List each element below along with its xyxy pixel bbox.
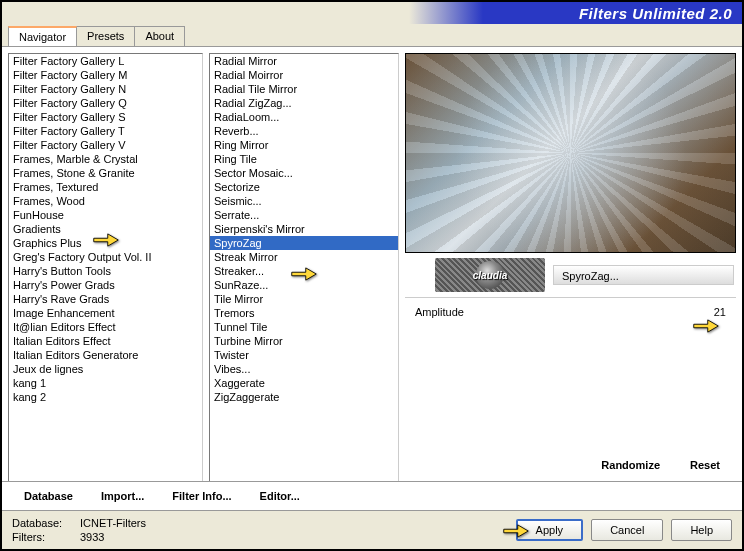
list-item[interactable]: ZigZaggerate [210,390,398,404]
list-item[interactable]: SpyroZag [210,236,398,250]
list-item[interactable]: Filter Factory Gallery N [9,82,202,96]
database-button[interactable]: Database [24,490,73,502]
list-item[interactable]: Frames, Marble & Crystal [9,152,202,166]
cancel-button[interactable]: Cancel [591,519,663,541]
list-item[interactable]: Harry's Power Grads [9,278,202,292]
list-item[interactable]: Frames, Textured [9,180,202,194]
list-item[interactable]: RadiaLoom... [210,110,398,124]
list-item[interactable]: Harry's Button Tools [9,264,202,278]
list-item[interactable]: SunRaze... [210,278,398,292]
db-label: Database: [12,517,72,529]
tab-navigator[interactable]: Navigator [8,26,77,46]
author-stamp: claudia [435,258,545,292]
list-item[interactable]: Turbine Mirror [210,334,398,348]
apply-button[interactable]: Apply [516,519,584,541]
filter-info-button[interactable]: Filter Info... [172,490,231,502]
randomize-button[interactable]: Randomize [601,459,660,471]
list-item[interactable]: Graphics Plus [9,236,202,250]
import-button[interactable]: Import... [101,490,144,502]
list-item[interactable]: Harry's Rave Grads [9,292,202,306]
param-value[interactable]: 21 [714,306,726,318]
category-list[interactable]: Filter Factory Gallery LFilter Factory G… [8,53,203,481]
list-item[interactable]: Tunnel Tile [210,320,398,334]
filters-count-value: 3933 [80,531,104,543]
list-item[interactable]: Greg's Factory Output Vol. II [9,250,202,264]
list-item[interactable]: Tile Mirror [210,292,398,306]
db-value: ICNET-Filters [80,517,146,529]
list-item[interactable]: Filter Factory Gallery V [9,138,202,152]
list-item[interactable]: Serrate... [210,208,398,222]
list-item[interactable]: Filter Factory Gallery L [9,54,202,68]
list-item[interactable]: Ring Tile [210,152,398,166]
current-filter-label: SpyroZag... [553,265,734,285]
param-name: Amplitude [415,306,464,318]
preview-image [405,53,736,253]
list-item[interactable]: kang 2 [9,390,202,404]
tab-presets[interactable]: Presets [76,26,135,46]
tab-about[interactable]: About [134,26,185,46]
list-item[interactable]: Frames, Wood [9,194,202,208]
list-item[interactable]: Italian Editors Effect [9,334,202,348]
list-item[interactable]: FunHouse [9,208,202,222]
list-item[interactable]: Radial Mirror [210,54,398,68]
list-item[interactable]: Vibes... [210,362,398,376]
list-item[interactable]: Streaker... [210,264,398,278]
list-item[interactable]: Filter Factory Gallery M [9,68,202,82]
list-item[interactable]: Tremors [210,306,398,320]
list-item[interactable]: Image Enhancement [9,306,202,320]
help-button[interactable]: Help [671,519,732,541]
list-item[interactable]: Seismic... [210,194,398,208]
window-title: Filters Unlimited 2.0 [579,5,732,22]
tab-bar: Navigator Presets About [2,26,742,47]
list-item[interactable]: Reverb... [210,124,398,138]
list-item[interactable]: Gradients [9,222,202,236]
list-item[interactable]: Twister [210,348,398,362]
list-item[interactable]: Radial ZigZag... [210,96,398,110]
list-item[interactable]: Sectorize [210,180,398,194]
parameter-panel: Amplitude 21 [405,297,736,451]
list-item[interactable]: Ring Mirror [210,138,398,152]
filters-count-label: Filters: [12,531,72,543]
list-item[interactable]: Sector Mosaic... [210,166,398,180]
list-item[interactable]: It@lian Editors Effect [9,320,202,334]
list-item[interactable]: Filter Factory Gallery Q [9,96,202,110]
list-item[interactable]: kang 1 [9,376,202,390]
editor-button[interactable]: Editor... [260,490,300,502]
list-item[interactable]: Jeux de lignes [9,362,202,376]
list-item[interactable]: Filter Factory Gallery S [9,110,202,124]
list-item[interactable]: Sierpenski's Mirror [210,222,398,236]
list-item[interactable]: Xaggerate [210,376,398,390]
list-item[interactable]: Streak Mirror [210,250,398,264]
list-item[interactable]: Radial Tile Mirror [210,82,398,96]
list-item[interactable]: Frames, Stone & Granite [9,166,202,180]
list-item[interactable]: Radial Moirror [210,68,398,82]
list-item[interactable]: Italian Editors Generatore [9,348,202,362]
reset-button[interactable]: Reset [690,459,720,471]
list-item[interactable]: Filter Factory Gallery T [9,124,202,138]
filter-list[interactable]: Radial MirrorRadial MoirrorRadial Tile M… [209,53,399,481]
titlebar: Filters Unlimited 2.0 [2,2,742,24]
